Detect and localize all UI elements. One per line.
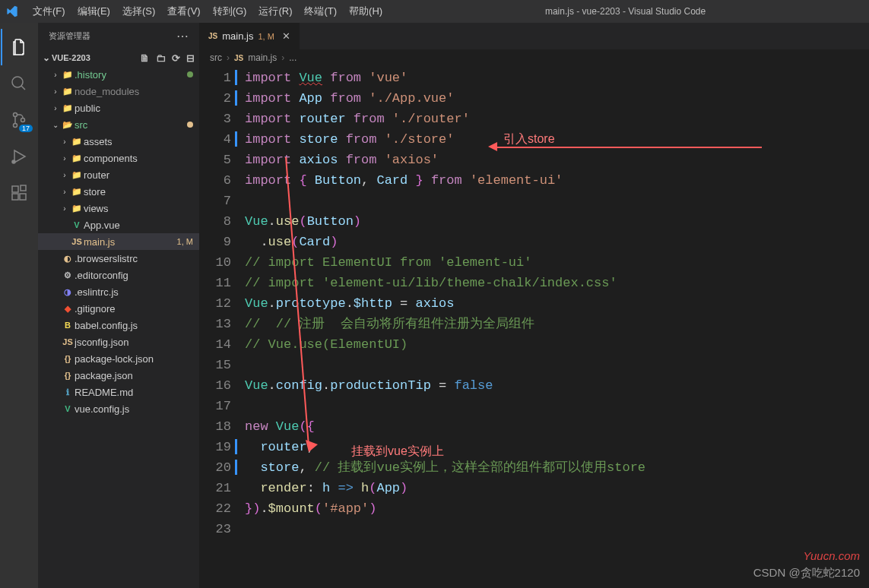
tree-item[interactable]: ◆.gitignore — [38, 300, 199, 317]
explorer-icon[interactable] — [1, 29, 37, 65]
menu-item[interactable]: 选择(S) — [117, 2, 160, 21]
close-icon[interactable]: ✕ — [282, 30, 290, 42]
tree-item[interactable]: ›📁views — [38, 200, 199, 217]
refresh-icon[interactable]: ⟳ — [172, 52, 180, 64]
tree-item-label: babel.config.js — [75, 320, 193, 331]
menu-item[interactable]: 转到(G) — [208, 2, 252, 21]
menu-item[interactable]: 终端(T) — [299, 2, 342, 21]
code-line[interactable] — [245, 191, 869, 211]
tree-item[interactable]: ›📁router — [38, 166, 199, 183]
code-line[interactable]: new Vue({ — [245, 416, 869, 437]
breadcrumb[interactable]: src › JS main.js › ... — [199, 49, 869, 66]
code-line[interactable]: // import ElementUI from 'element-ui' — [245, 252, 869, 273]
code-editor[interactable]: 1234567891011121314151617181920212223 im… — [199, 66, 869, 588]
code-line[interactable]: // // 注册 会自动将所有组件注册为全局组件 — [245, 314, 869, 334]
code-line[interactable] — [245, 396, 869, 416]
menu-item[interactable]: 运行(R) — [253, 2, 297, 21]
menu-item[interactable]: 编辑(E) — [72, 2, 116, 21]
chevron-down-icon[interactable]: ⌄ — [43, 52, 50, 63]
editor-area: JS main.js 1, M ✕ src › JS main.js › ...… — [199, 23, 869, 588]
tree-item[interactable]: ›📁components — [38, 150, 199, 166]
chevron-icon[interactable]: › — [50, 71, 61, 79]
line-number: 12 — [199, 293, 231, 314]
tab-main-js[interactable]: JS main.js 1, M ✕ — [199, 23, 300, 49]
tree-item[interactable]: Vvue.config.js — [38, 400, 199, 417]
code-line[interactable]: import router from './router' — [245, 109, 869, 129]
code-line[interactable]: render: h => h(App) — [245, 478, 869, 498]
svg-point-4 — [21, 119, 25, 122]
chevron-icon[interactable]: › — [59, 138, 70, 146]
code-line[interactable]: Vue.use(Button) — [245, 211, 869, 232]
line-number: 21 — [199, 478, 231, 498]
tree-item[interactable]: ›📁public — [38, 100, 199, 116]
code-line[interactable]: Vue.config.productionTip = false — [245, 375, 869, 396]
tree-item[interactable]: ◑.eslintrc.js — [38, 283, 199, 300]
chevron-icon[interactable]: ⌄ — [50, 121, 61, 129]
folder-icon: 📁 — [70, 170, 84, 180]
code-line[interactable] — [245, 519, 869, 539]
project-name[interactable]: VUE-2203 — [52, 53, 90, 62]
menu-item[interactable]: 文件(F) — [27, 2, 71, 21]
search-icon[interactable] — [1, 65, 37, 102]
breadcrumb-item[interactable]: src — [210, 52, 222, 63]
chevron-icon[interactable]: › — [59, 171, 70, 179]
tree-item[interactable]: JSjsconfig.json — [38, 334, 199, 350]
tree-item[interactable]: ◐.browserslistrc — [38, 250, 199, 267]
code-line[interactable]: }).$mount('#app') — [245, 498, 869, 519]
tree-item[interactable]: {}package-lock.json — [38, 350, 199, 367]
tree-item[interactable]: ›📁.history — [38, 66, 199, 83]
code-line[interactable]: import App from './App.vue' — [245, 88, 869, 109]
new-file-icon[interactable]: 🗎 — [140, 52, 150, 64]
tree-item[interactable]: ›📁store — [38, 183, 199, 200]
code-line[interactable]: store, // 挂载到vue实例上，这样全部的组件都可以使用store — [245, 457, 869, 478]
tree-item[interactable]: JSmain.js1, M — [38, 233, 199, 250]
tree-item-label: .eslintrc.js — [75, 286, 193, 298]
tree-item[interactable]: ›📁node_modules — [38, 83, 199, 100]
tree-item-label: components — [84, 153, 193, 164]
tree-item[interactable]: ›📁assets — [38, 133, 199, 150]
chevron-icon[interactable]: › — [50, 104, 61, 112]
chevron-icon[interactable]: › — [59, 154, 70, 163]
menu-item[interactable]: 帮助(H) — [344, 2, 388, 21]
breadcrumb-item[interactable]: main.js — [248, 52, 277, 63]
code-line[interactable] — [245, 355, 869, 375]
code-line[interactable]: import { Button, Card } from 'element-ui… — [245, 170, 869, 191]
tree-item[interactable]: ⚙.editorconfig — [38, 267, 199, 283]
tree-item[interactable]: VApp.vue — [38, 217, 199, 233]
chevron-icon[interactable]: › — [59, 188, 70, 196]
tree-item-label: jsconfig.json — [75, 337, 193, 348]
extensions-icon[interactable] — [1, 175, 37, 211]
source-control-icon[interactable]: 17 — [1, 102, 37, 138]
code-line[interactable]: // Vue.use(ElementUI) — [245, 334, 869, 355]
tree-item-label: assets — [84, 136, 193, 147]
new-folder-icon[interactable]: 🗀 — [156, 52, 166, 64]
tree-item[interactable]: Bbabel.config.js — [38, 317, 199, 334]
file-icon: {} — [61, 354, 75, 363]
code-line[interactable]: // import 'element-ui/lib/theme-chalk/in… — [245, 273, 869, 293]
code-content[interactable]: import Vue from 'vue'import App from './… — [245, 68, 869, 588]
code-line[interactable]: import Vue from 'vue' — [245, 68, 869, 88]
chevron-icon[interactable]: › — [50, 87, 61, 96]
run-debug-icon[interactable] — [1, 138, 37, 175]
tree-item[interactable]: {}package.json — [38, 367, 199, 384]
svg-line-1 — [21, 86, 25, 90]
tree-item[interactable]: ℹREADME.md — [38, 384, 199, 400]
tree-item[interactable]: ⌄📂src — [38, 116, 199, 133]
sidebar-more-icon[interactable]: ⋯ — [176, 29, 189, 43]
code-line[interactable]: import store from './store' — [245, 129, 869, 150]
code-line[interactable]: router, — [245, 437, 869, 457]
tree-item-label: src — [75, 119, 184, 131]
line-number: 23 — [199, 519, 231, 539]
code-line[interactable]: Vue.prototype.$http = axios — [245, 293, 869, 314]
menu-item[interactable]: 查看(V) — [162, 2, 205, 21]
git-status: 1, M — [177, 237, 193, 246]
breadcrumb-item[interactable]: ... — [289, 52, 297, 63]
collapse-icon[interactable]: ⊟ — [186, 52, 195, 64]
scm-badge: 17 — [19, 125, 33, 132]
chevron-icon[interactable]: › — [59, 204, 70, 213]
tree-item-label: views — [84, 203, 193, 214]
code-line[interactable]: .use(Card) — [245, 232, 869, 252]
tree-item-label: .editorconfig — [75, 270, 193, 281]
code-line[interactable]: import axios from 'axios' — [245, 150, 869, 170]
status-dot-icon — [187, 122, 193, 128]
